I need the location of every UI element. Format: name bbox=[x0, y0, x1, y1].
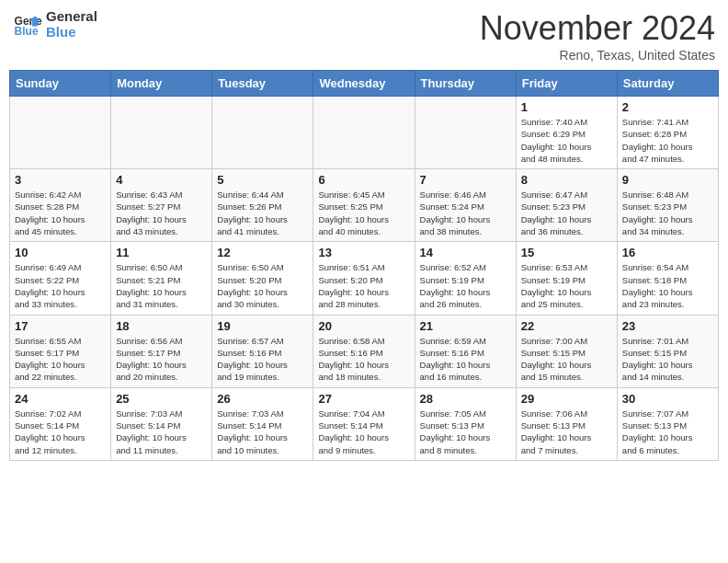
day-number: 21 bbox=[420, 319, 511, 333]
day-info: Sunrise: 6:54 AM Sunset: 5:18 PM Dayligh… bbox=[622, 261, 713, 310]
day-number: 1 bbox=[521, 100, 612, 114]
calendar-cell bbox=[313, 97, 415, 169]
day-number: 10 bbox=[15, 246, 106, 259]
calendar-cell: 27Sunrise: 7:04 AM Sunset: 5:14 PM Dayli… bbox=[313, 387, 415, 460]
day-info: Sunrise: 7:03 AM Sunset: 5:14 PM Dayligh… bbox=[217, 408, 308, 456]
day-info: Sunrise: 6:59 AM Sunset: 5:16 PM Dayligh… bbox=[420, 335, 511, 384]
day-number: 30 bbox=[622, 392, 713, 406]
day-info: Sunrise: 6:50 AM Sunset: 5:20 PM Dayligh… bbox=[217, 261, 308, 310]
calendar-cell: 26Sunrise: 7:03 AM Sunset: 5:14 PM Dayli… bbox=[212, 387, 313, 460]
month-title: November 2024 bbox=[480, 9, 715, 48]
week-row-2: 10Sunrise: 6:49 AM Sunset: 5:22 PM Dayli… bbox=[10, 242, 719, 315]
day-number: 22 bbox=[521, 319, 612, 333]
calendar-cell: 12Sunrise: 6:50 AM Sunset: 5:20 PM Dayli… bbox=[212, 242, 313, 315]
week-row-0: 1Sunrise: 7:40 AM Sunset: 6:29 PM Daylig… bbox=[10, 97, 719, 169]
day-number: 3 bbox=[15, 173, 106, 187]
day-number: 27 bbox=[318, 392, 409, 406]
day-info: Sunrise: 6:58 AM Sunset: 5:16 PM Dayligh… bbox=[318, 335, 409, 384]
day-number: 23 bbox=[622, 319, 713, 333]
day-info: Sunrise: 7:02 AM Sunset: 5:14 PM Dayligh… bbox=[15, 408, 106, 456]
weekday-header-friday: Friday bbox=[516, 71, 617, 97]
day-info: Sunrise: 6:51 AM Sunset: 5:20 PM Dayligh… bbox=[318, 261, 409, 310]
calendar-cell: 2Sunrise: 7:41 AM Sunset: 6:28 PM Daylig… bbox=[617, 97, 718, 169]
day-number: 26 bbox=[217, 392, 308, 406]
calendar-cell bbox=[212, 97, 313, 169]
day-info: Sunrise: 7:05 AM Sunset: 5:13 PM Dayligh… bbox=[420, 408, 511, 456]
calendar-cell: 30Sunrise: 7:07 AM Sunset: 5:13 PM Dayli… bbox=[617, 387, 718, 460]
day-number: 11 bbox=[116, 246, 207, 259]
calendar-cell: 8Sunrise: 6:47 AM Sunset: 5:23 PM Daylig… bbox=[516, 169, 617, 242]
weekday-header-monday: Monday bbox=[111, 71, 212, 97]
calendar-cell bbox=[10, 97, 111, 169]
day-info: Sunrise: 7:07 AM Sunset: 5:13 PM Dayligh… bbox=[622, 408, 713, 456]
calendar-cell: 16Sunrise: 6:54 AM Sunset: 5:18 PM Dayli… bbox=[617, 242, 718, 315]
weekday-header-row: SundayMondayTuesdayWednesdayThursdayFrid… bbox=[10, 71, 719, 97]
calendar-cell: 4Sunrise: 6:43 AM Sunset: 5:27 PM Daylig… bbox=[111, 169, 212, 242]
week-row-1: 3Sunrise: 6:42 AM Sunset: 5:28 PM Daylig… bbox=[10, 169, 719, 242]
weekday-header-thursday: Thursday bbox=[415, 71, 516, 97]
calendar-cell: 21Sunrise: 6:59 AM Sunset: 5:16 PM Dayli… bbox=[415, 315, 516, 387]
weekday-header-saturday: Saturday bbox=[617, 71, 718, 97]
day-number: 8 bbox=[521, 173, 612, 187]
calendar-cell: 15Sunrise: 6:53 AM Sunset: 5:19 PM Dayli… bbox=[516, 242, 617, 315]
calendar-cell: 11Sunrise: 6:50 AM Sunset: 5:21 PM Dayli… bbox=[111, 242, 212, 315]
svg-text:Blue: Blue bbox=[15, 25, 39, 38]
day-info: Sunrise: 6:56 AM Sunset: 5:17 PM Dayligh… bbox=[116, 335, 207, 384]
location-text: Reno, Texas, United States bbox=[480, 48, 715, 63]
day-info: Sunrise: 6:47 AM Sunset: 5:23 PM Dayligh… bbox=[521, 189, 612, 237]
day-info: Sunrise: 6:43 AM Sunset: 5:27 PM Dayligh… bbox=[116, 189, 207, 237]
day-info: Sunrise: 7:03 AM Sunset: 5:14 PM Dayligh… bbox=[116, 408, 207, 456]
day-info: Sunrise: 6:42 AM Sunset: 5:28 PM Dayligh… bbox=[15, 189, 106, 237]
day-info: Sunrise: 6:48 AM Sunset: 5:23 PM Dayligh… bbox=[622, 189, 713, 237]
calendar-cell: 22Sunrise: 7:00 AM Sunset: 5:15 PM Dayli… bbox=[516, 315, 617, 387]
day-number: 5 bbox=[217, 173, 308, 187]
day-info: Sunrise: 7:04 AM Sunset: 5:14 PM Dayligh… bbox=[318, 408, 409, 456]
day-info: Sunrise: 6:45 AM Sunset: 5:25 PM Dayligh… bbox=[318, 189, 409, 237]
day-number: 25 bbox=[116, 392, 207, 406]
day-number: 4 bbox=[116, 173, 207, 187]
calendar-cell: 24Sunrise: 7:02 AM Sunset: 5:14 PM Dayli… bbox=[10, 387, 111, 460]
calendar-cell: 9Sunrise: 6:48 AM Sunset: 5:23 PM Daylig… bbox=[617, 169, 718, 242]
day-info: Sunrise: 7:00 AM Sunset: 5:15 PM Dayligh… bbox=[521, 335, 612, 384]
day-number: 6 bbox=[318, 173, 409, 187]
day-info: Sunrise: 6:44 AM Sunset: 5:26 PM Dayligh… bbox=[217, 189, 308, 237]
day-number: 24 bbox=[15, 392, 106, 406]
calendar-cell: 23Sunrise: 7:01 AM Sunset: 5:15 PM Dayli… bbox=[617, 315, 718, 387]
day-number: 19 bbox=[217, 319, 308, 333]
day-info: Sunrise: 6:55 AM Sunset: 5:17 PM Dayligh… bbox=[15, 335, 106, 384]
day-info: Sunrise: 6:57 AM Sunset: 5:16 PM Dayligh… bbox=[217, 335, 308, 384]
day-info: Sunrise: 7:01 AM Sunset: 5:15 PM Dayligh… bbox=[622, 335, 713, 384]
calendar-cell: 25Sunrise: 7:03 AM Sunset: 5:14 PM Dayli… bbox=[111, 387, 212, 460]
calendar: SundayMondayTuesdayWednesdayThursdayFrid… bbox=[9, 70, 719, 461]
calendar-cell: 1Sunrise: 7:40 AM Sunset: 6:29 PM Daylig… bbox=[516, 97, 617, 169]
day-number: 2 bbox=[622, 100, 713, 114]
weekday-header-tuesday: Tuesday bbox=[212, 71, 313, 97]
day-number: 20 bbox=[318, 319, 409, 333]
day-number: 29 bbox=[521, 392, 612, 406]
calendar-cell: 20Sunrise: 6:58 AM Sunset: 5:16 PM Dayli… bbox=[313, 315, 415, 387]
calendar-cell: 7Sunrise: 6:46 AM Sunset: 5:24 PM Daylig… bbox=[415, 169, 516, 242]
day-number: 14 bbox=[420, 246, 511, 259]
calendar-cell: 28Sunrise: 7:05 AM Sunset: 5:13 PM Dayli… bbox=[415, 387, 516, 460]
day-info: Sunrise: 6:52 AM Sunset: 5:19 PM Dayligh… bbox=[420, 261, 511, 310]
week-row-3: 17Sunrise: 6:55 AM Sunset: 5:17 PM Dayli… bbox=[10, 315, 719, 387]
day-number: 13 bbox=[318, 246, 409, 259]
calendar-cell bbox=[111, 97, 212, 169]
calendar-cell bbox=[415, 97, 516, 169]
logo: General Blue General Blue bbox=[13, 9, 97, 40]
calendar-cell: 17Sunrise: 6:55 AM Sunset: 5:17 PM Dayli… bbox=[10, 315, 111, 387]
calendar-cell: 5Sunrise: 6:44 AM Sunset: 5:26 PM Daylig… bbox=[212, 169, 313, 242]
calendar-cell: 6Sunrise: 6:45 AM Sunset: 5:25 PM Daylig… bbox=[313, 169, 415, 242]
day-info: Sunrise: 6:49 AM Sunset: 5:22 PM Dayligh… bbox=[15, 261, 106, 310]
day-number: 15 bbox=[521, 246, 612, 259]
day-info: Sunrise: 7:06 AM Sunset: 5:13 PM Dayligh… bbox=[521, 408, 612, 456]
day-info: Sunrise: 6:46 AM Sunset: 5:24 PM Dayligh… bbox=[420, 189, 511, 237]
day-info: Sunrise: 6:50 AM Sunset: 5:21 PM Dayligh… bbox=[116, 261, 207, 310]
calendar-cell: 10Sunrise: 6:49 AM Sunset: 5:22 PM Dayli… bbox=[10, 242, 111, 315]
calendar-cell: 18Sunrise: 6:56 AM Sunset: 5:17 PM Dayli… bbox=[111, 315, 212, 387]
day-info: Sunrise: 7:40 AM Sunset: 6:29 PM Dayligh… bbox=[521, 116, 612, 165]
weekday-header-wednesday: Wednesday bbox=[313, 71, 415, 97]
calendar-cell: 29Sunrise: 7:06 AM Sunset: 5:13 PM Dayli… bbox=[516, 387, 617, 460]
day-number: 18 bbox=[116, 319, 207, 333]
header: General Blue General Blue November 2024 … bbox=[9, 9, 719, 63]
